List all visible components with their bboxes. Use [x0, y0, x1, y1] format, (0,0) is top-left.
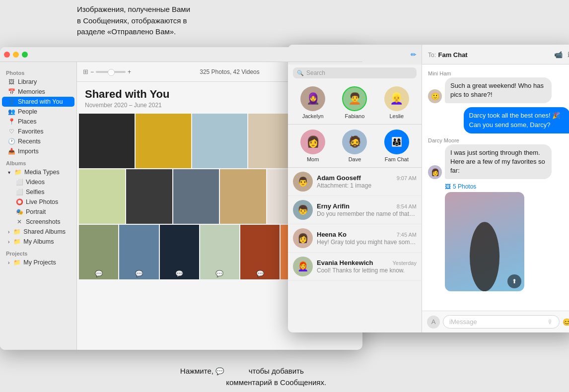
zoom-plus[interactable]: + — [128, 68, 131, 75]
sidebar-item-memories[interactable]: 📅 Memories — [2, 87, 74, 97]
people-icon: 👥 — [8, 108, 15, 115]
photo-cell[interactable] — [126, 169, 172, 224]
mom-avatar: 👩 — [300, 130, 325, 154]
photo-cell[interactable] — [220, 169, 266, 224]
leslie-avatar: 👱‍♀️ — [384, 86, 409, 111]
photo-cell[interactable] — [79, 114, 135, 168]
conversation-erny[interactable]: 👦 Erny Arifin 8:54 AM Do you remember th… — [288, 196, 422, 224]
pinned-contact-leslie[interactable]: 👱‍♀️ Leslie — [384, 86, 409, 119]
photo-cell[interactable] — [136, 114, 191, 168]
pinned-contact-jackelyn[interactable]: 🧕 Jackelyn — [300, 86, 325, 119]
evania-avatar: 👩‍🦰 — [293, 257, 313, 276]
minimize-button[interactable] — [13, 52, 19, 58]
zoom-minus[interactable]: − — [90, 68, 94, 75]
imports-icon: 📥 — [8, 148, 15, 155]
photo-cell[interactable]: 💬 — [240, 225, 280, 279]
chat-header: To: Fam Chat 📹 ℹ — [422, 45, 569, 65]
sender-mini-ham: Mini Ham — [428, 70, 451, 76]
recents-icon: 🕐 — [8, 138, 15, 145]
compose-button[interactable]: ✏ — [411, 51, 422, 59]
photo-cell[interactable]: 💬 — [79, 225, 118, 279]
pinned-contact-fabiano[interactable]: 🧑‍🦱 Fabiano — [342, 86, 367, 119]
evania-preview: Cool! Thanks for letting me know. — [317, 267, 417, 274]
shared-with-you-icon: 👤 — [8, 98, 15, 105]
my-projects-disclosure: › — [8, 260, 9, 265]
photos-badge: 🖼 5 Photos — [445, 183, 476, 190]
sidebar-item-portrait[interactable]: 🎭 Portrait — [2, 207, 74, 217]
sidebar-section-projects: Projects — [0, 247, 76, 258]
sidebar-item-videos[interactable]: ⬜ Videos — [2, 177, 74, 187]
sender-darcy: Darcy Moore — [428, 137, 459, 143]
sidebar-item-library[interactable]: 🖼 Library — [2, 77, 74, 87]
annotation-top: Изображения, полученные Вами в Сообщения… — [77, 4, 266, 38]
close-button[interactable] — [4, 52, 10, 58]
search-placeholder: Search — [306, 69, 325, 76]
sidebar-item-screenshots[interactable]: ✕ Screenshots — [2, 217, 74, 227]
conversation-evania[interactable]: 👩‍🦰 Evania Henkewich Yesterday Cool! Tha… — [288, 253, 422, 281]
sidebar-item-shared-with-you[interactable]: 👤 Shared with You — [2, 97, 74, 107]
sidebar-item-my-albums[interactable]: › 📁 My Albums — [2, 237, 74, 247]
photo-cell[interactable]: 💬 — [119, 225, 158, 279]
sidebar-item-my-projects[interactable]: › 📁 My Projects — [2, 258, 74, 267]
jackelyn-name: Jackelyn — [302, 113, 324, 119]
sidebar-item-imports[interactable]: 📥 Imports — [2, 146, 74, 156]
video-call-icon[interactable]: 📹 — [554, 51, 563, 59]
media-types-icon: 📁 — [14, 169, 21, 176]
sidebar-item-people[interactable]: 👥 People — [2, 107, 74, 117]
sidebar-item-media-types[interactable]: ▾ 📁 Media Types — [2, 167, 74, 177]
fam-chat-name: Fam Chat — [385, 156, 409, 162]
places-icon: 📍 — [8, 118, 15, 125]
pinned-contact-dave[interactable]: 🧔 Dave — [342, 130, 367, 162]
appstore-button[interactable]: A — [427, 316, 440, 328]
adam-time: 9:07 AM — [397, 175, 417, 181]
sidebar-item-live-photos[interactable]: ⭕ Live Photos — [2, 197, 74, 207]
chat-messages: Mini Ham 🙂 Such a great weekend! Who has… — [422, 65, 569, 311]
to-label: To: — [428, 52, 436, 59]
photo-cell[interactable] — [79, 169, 125, 224]
sidebar-item-selfies[interactable]: ⬜ Selfies — [2, 187, 74, 197]
darcy-message-row: 👩 I was just sorting through them. Here … — [428, 144, 569, 180]
chat-to-info: To: Fam Chat — [428, 50, 468, 59]
mom-name: Mom — [307, 156, 319, 162]
adam-content: Adam Gooseff 9:07 AM Attachment: 1 image — [317, 174, 417, 189]
videos-icon: ⬜ — [16, 179, 23, 186]
toolbar-controls: ⊞ − + — [83, 68, 131, 75]
message-group-darcy: Darcy Moore 👩 I was just sorting through… — [428, 137, 569, 180]
messages-window: ✏ 🔍 Search 🧕 Jackelyn 🧑‍🦱 Fabiano — [288, 45, 569, 332]
evania-content: Evania Henkewich Yesterday Cool! Thanks … — [317, 259, 417, 274]
evania-time: Yesterday — [392, 260, 417, 266]
photo-cell[interactable] — [173, 169, 219, 224]
sidebar-item-places[interactable]: 📍 Places — [2, 117, 74, 127]
maximize-button[interactable] — [22, 52, 28, 58]
dave-avatar: 🧔 — [342, 130, 367, 154]
heena-content: Heena Ko 7:45 AM Hey! Gray told you migh… — [317, 231, 417, 246]
sidebar-item-recents[interactable]: 🕐 Recents — [2, 136, 74, 146]
my-albums-disclosure: › — [8, 239, 9, 245]
message-group-photos: 🖼 5 Photos ⬆ — [428, 183, 569, 291]
photo-cell[interactable]: 💬 — [160, 225, 199, 279]
chat-panel: To: Fam Chat 📹 ℹ Mini Ham 🙂 Such a great… — [422, 45, 569, 332]
photo-attachment[interactable]: ⬆ — [445, 192, 524, 291]
pinned-contact-mom[interactable]: 👩 Mom — [300, 130, 325, 162]
sidebar-item-favorites[interactable]: ♡ Favorites — [2, 127, 74, 136]
photo-cell[interactable]: 💬 — [200, 225, 239, 279]
erny-preview: Do you remember the name of that guy fro… — [317, 210, 417, 217]
pinned-contacts: 🧕 Jackelyn 🧑‍🦱 Fabiano 👱‍♀️ Leslie — [288, 81, 422, 125]
disclosure-icon: ▾ — [8, 170, 10, 175]
photo-cell[interactable] — [192, 114, 248, 168]
messages-search[interactable]: 🔍 Search — [293, 67, 417, 78]
pinned-contact-fam-chat[interactable]: 👨‍👩‍👧 Fam Chat — [384, 130, 409, 162]
fabiano-avatar: 🧑‍🦱 — [342, 86, 367, 111]
search-icon: 🔍 — [297, 70, 304, 76]
conversation-heena[interactable]: 👩 Heena Ko 7:45 AM Hey! Gray told you mi… — [288, 224, 422, 253]
shared-albums-icon: 📁 — [13, 228, 20, 235]
sidebar-item-shared-albums[interactable]: › 📁 Shared Albums — [2, 227, 74, 237]
conversation-adam[interactable]: 👨 Adam Gooseff 9:07 AM Attachment: 1 ima… — [288, 168, 422, 196]
message-input[interactable]: iMessage 🎙 — [443, 315, 560, 328]
heena-time: 7:45 AM — [397, 232, 417, 238]
photos-count-label: 5 Photos — [453, 183, 476, 190]
sidebar-section-albums: Albums — [0, 156, 76, 167]
emoji-icon[interactable]: 😊 — [563, 318, 569, 326]
mini-ham-bubble: Such a great weekend! Who has pics to sh… — [445, 77, 552, 103]
zoom-slider[interactable] — [96, 71, 126, 73]
